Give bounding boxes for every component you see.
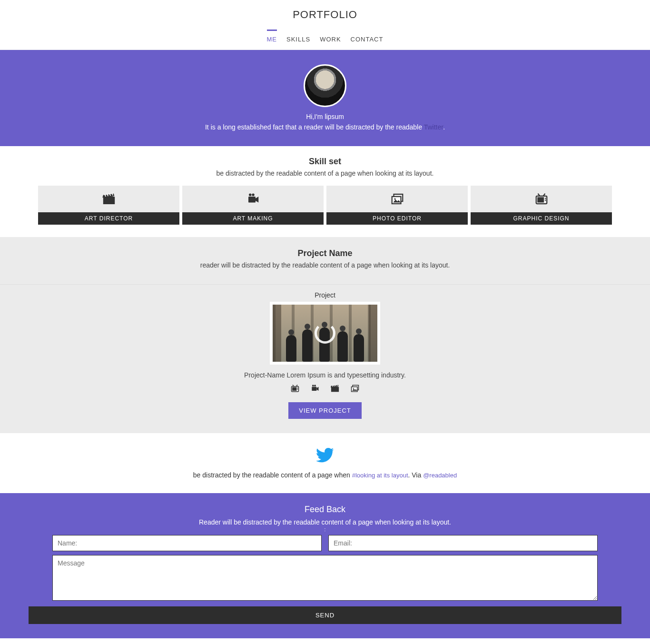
nav-skills[interactable]: SKILLS xyxy=(286,30,310,50)
feedback-subtitle: Reader will be distracted by the readabl… xyxy=(14,515,636,527)
photos-icon xyxy=(350,384,360,396)
feedback-title: Feed Back xyxy=(14,505,636,515)
skill-label: PHOTO EDITOR xyxy=(326,212,468,225)
hero-twitter-link[interactable]: Twitter xyxy=(424,123,443,131)
twitter-icon xyxy=(315,446,335,465)
skill-label: ART DIRECTOR xyxy=(38,212,179,225)
projects-subtitle: reader will be distracted by the readabl… xyxy=(0,258,650,277)
projects-title: Project Name xyxy=(0,237,650,258)
project-heading: Project xyxy=(0,284,650,302)
tweet-hashtag-link[interactable]: #looking at its layout xyxy=(352,472,408,479)
camera-icon xyxy=(182,186,324,212)
tweet-text: be distracted by the readable content of… xyxy=(0,466,650,479)
tv-icon xyxy=(471,186,612,212)
sayhello-section: SAY HELLO Reader will be distracted by t… xyxy=(0,638,650,644)
tv-icon xyxy=(290,384,300,396)
clapper-icon xyxy=(38,186,179,212)
projects-section: Project Name reader will be distracted b… xyxy=(0,237,650,433)
skill-card: PHOTO EDITOR xyxy=(326,186,468,225)
skill-label: ART MAKING xyxy=(182,212,324,225)
hero-greeting: Hi,I'm lipsum xyxy=(0,113,650,120)
nav-contact[interactable]: CONTACT xyxy=(351,30,384,50)
tweet-section: be distracted by the readable content of… xyxy=(0,433,650,493)
avatar xyxy=(304,64,346,107)
feedback-section: Feed Back Reader will be distracted by t… xyxy=(0,493,650,638)
hero-text: It is a long established fact that a rea… xyxy=(0,123,650,131)
project-tags xyxy=(0,384,650,402)
hero-section: Hi,I'm lipsum It is a long established f… xyxy=(0,50,650,146)
clapper-icon xyxy=(330,384,340,396)
skills-subtitle: be distracted by the readable content of… xyxy=(0,167,650,186)
name-field[interactable] xyxy=(52,535,322,551)
skill-card: ART DIRECTOR xyxy=(38,186,179,225)
photos-icon xyxy=(326,186,468,212)
message-field[interactable] xyxy=(52,555,598,601)
nav-me[interactable]: ME xyxy=(267,30,277,50)
tweet-handle-link[interactable]: @readabled xyxy=(423,472,457,479)
camera-icon xyxy=(310,384,320,396)
site-logo: PORTFOLIO xyxy=(0,9,650,21)
email-field[interactable] xyxy=(328,535,598,551)
skill-label: GRAPHIC DESIGN xyxy=(471,212,612,225)
skills-title: Skill set xyxy=(0,146,650,167)
skill-card: ART MAKING xyxy=(182,186,324,225)
project-thumbnail[interactable] xyxy=(270,302,380,365)
feedback-colon: : xyxy=(14,527,636,532)
skills-section: Skill set be distracted by the readable … xyxy=(0,146,650,237)
view-project-button[interactable]: VIEW PROJECT xyxy=(288,402,362,419)
nav-work[interactable]: WORK xyxy=(320,30,341,50)
main-nav: ME SKILLS WORK CONTACT xyxy=(0,30,650,50)
skill-card: GRAPHIC DESIGN xyxy=(471,186,612,225)
send-button[interactable]: SEND xyxy=(29,606,621,624)
project-description: Project-Name Lorem Ipsum is and typesett… xyxy=(0,365,650,384)
loading-spinner-icon xyxy=(315,323,335,344)
